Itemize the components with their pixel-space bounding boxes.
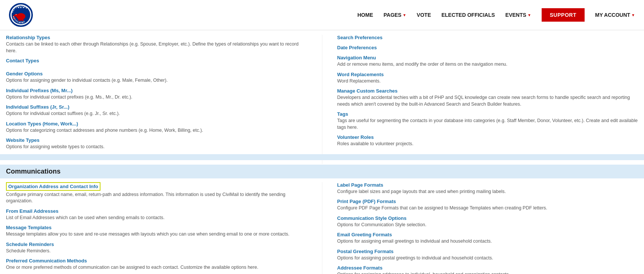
gender-options-desc: Options for assigning gender to individu… [6,77,307,84]
nav-pages[interactable]: PAGES ▼ [384,12,406,18]
addressee-formats-desc: Options for assigning addressee to indiv… [337,271,638,274]
volunteer-roles-link[interactable]: Volunteer Roles [337,134,374,140]
logo-area: ★ ★ ★ ★ ★ ★ REPUBLICAN [9,3,33,27]
search-preferences-link[interactable]: Search Preferences [337,35,383,40]
email-greeting-formats-link[interactable]: Email Greeting Formats [337,232,392,237]
list-item: Tags Tags are useful for segmenting the … [337,111,638,131]
gender-options-link[interactable]: Gender Options [6,71,43,77]
nav-home[interactable]: HOME [357,12,373,18]
list-item: Communication Style Options Options for … [337,215,638,228]
contact-types-link[interactable]: Contact Types [6,58,39,63]
pages-chevron-icon: ▼ [403,13,406,17]
list-item: Message Templates Message templates allo… [6,225,307,238]
from-email-addresses-link[interactable]: From Email Addresses [6,208,58,214]
individual-prefixes-desc: Options for individual contact prefixes … [6,94,307,101]
list-item: Addressee Formats Options for assigning … [337,265,638,274]
list-item: Gender Options Options for assigning gen… [6,71,307,84]
preferred-comm-methods-desc: One or more preferred methods of communi… [6,264,307,271]
list-item: Location Types (Home, Work...) Options f… [6,121,307,134]
schedule-reminders-link[interactable]: Schedule Reminders [6,242,54,247]
navigation-menu-link[interactable]: Navigation Menu [337,55,376,60]
word-replacements-link[interactable]: Word Replacements [337,72,384,77]
list-item: Email Greeting Formats Options for assig… [337,232,638,245]
print-page-formats-link[interactable]: Print Page (PDF) Formats [337,199,396,204]
header: ★ ★ ★ ★ ★ ★ REPUBLICAN [0,0,644,30]
communications-section-header: Communications [6,168,61,175]
left-column: Relationship Types Contacts can be linke… [6,35,322,164]
list-item: Organization Address and Contact Info Co… [6,182,307,205]
comm-style-options-desc: Options for Communication Style selectio… [337,222,638,228]
addressee-formats-link[interactable]: Addressee Formats [337,265,383,271]
list-item: Manage Custom Searches Developers and ac… [337,88,638,108]
svg-rect-7 [20,19,22,21]
message-templates-link[interactable]: Message Templates [6,225,52,230]
list-item: Search Preferences [337,35,638,41]
list-item: Website Types Options for assigning webs… [6,137,307,150]
right-column: Search Preferences Date Preferences Navi… [322,35,638,164]
label-page-formats-link[interactable]: Label Page Formats [337,182,384,188]
list-item: Schedule Reminders Schedule Reminders. [6,242,307,255]
org-address-link[interactable]: Organization Address and Contact Info [8,184,98,189]
relationship-types-link[interactable]: Relationship Types [6,35,50,40]
list-item: Individual Prefixes (Ms, Mr...) Options … [6,88,307,101]
volunteer-roles-desc: Roles available to volunteer projects. [337,141,638,147]
schedule-reminders-desc: Schedule Reminders. [6,248,307,255]
list-item: Postal Greeting Formats Options for assi… [337,249,638,262]
list-item: Navigation Menu Add or remove menu items… [337,55,638,68]
preferred-comm-methods-link[interactable]: Preferred Communication Methods [6,258,87,264]
nav-elected-officials[interactable]: ELECTED OFFICIALS [442,12,495,18]
message-templates-desc: Message templates allow you to save and … [6,231,307,238]
label-page-formats-desc: Configure label sizes and page layouts t… [337,189,638,195]
tags-link[interactable]: Tags [337,111,348,117]
events-chevron-icon: ▼ [527,13,531,17]
list-item: Preferred Communication Methods One or m… [6,258,307,271]
svg-point-4 [16,13,25,20]
org-address-desc: Configure primary contact name, email, r… [6,192,307,205]
nav-events[interactable]: EVENTS ▼ [505,12,531,18]
from-email-addresses-desc: List of Email Addresses which can be use… [6,215,307,221]
my-account-chevron-icon: ▼ [631,13,635,17]
comm-style-options-link[interactable]: Communication Style Options [337,215,407,221]
word-replacements-desc: Word Replacements. [337,78,638,85]
website-types-link[interactable]: Website Types [6,137,40,143]
individual-prefixes-link[interactable]: Individual Prefixes (Ms, Mr...) [6,88,72,93]
logo: ★ ★ ★ ★ ★ ★ REPUBLICAN [9,3,33,27]
main-nav: HOME PAGES ▼ VOTE ELECTED OFFICIALS EVEN… [357,8,635,22]
postal-greeting-formats-link[interactable]: Postal Greeting Formats [337,249,394,254]
svg-point-9 [16,14,16,15]
list-item: Volunteer Roles Roles available to volun… [337,134,638,147]
individual-suffixes-desc: Options for individual contact suffixes … [6,110,307,117]
relationship-types-desc: Contacts can be linked to each other thr… [6,41,307,54]
list-item: Print Page (PDF) Formats Configure PDF P… [337,199,638,212]
print-page-formats-desc: Configure PDF Page Formats that can be a… [337,205,638,212]
list-item: From Email Addresses List of Email Addre… [6,208,307,221]
website-types-desc: Options for assigning website types to c… [6,144,307,150]
date-preferences-link[interactable]: Date Preferences [337,45,377,50]
list-item: Contact Types [6,58,307,67]
location-types-link[interactable]: Location Types (Home, Work...) [6,121,78,127]
manage-custom-searches-desc: Developers and accidental techies with a… [337,94,638,108]
individual-suffixes-link[interactable]: Individual Suffixes (Jr, Sr...) [6,104,69,110]
list-item: Date Preferences [337,45,638,51]
location-types-desc: Options for categorizing contact address… [6,127,307,134]
support-button[interactable]: SUPPORT [542,8,585,22]
main-content: Relationship Types Contacts can be linke… [0,30,644,168]
navigation-menu-desc: Add or remove menu items, and modify the… [337,61,638,68]
list-item: Relationship Types Contacts can be linke… [6,35,307,54]
svg-rect-6 [18,19,20,21]
tags-desc: Tags are useful for segmenting the conta… [337,118,638,131]
nav-my-account[interactable]: MY ACCOUNT ▼ [595,12,635,18]
postal-greeting-formats-desc: Options for assigning postal greetings t… [337,255,638,262]
email-greeting-formats-desc: Options for assigning email greetings to… [337,238,638,245]
svg-point-5 [15,14,18,17]
list-item: Individual Suffixes (Jr, Sr...) Options … [6,104,307,117]
svg-rect-8 [22,19,24,21]
list-item: Label Page Formats Configure label sizes… [337,182,638,195]
manage-custom-searches-link[interactable]: Manage Custom Searches [337,88,398,94]
nav-vote[interactable]: VOTE [417,12,431,18]
list-item: Word Replacements Word Replacements. [337,72,638,85]
